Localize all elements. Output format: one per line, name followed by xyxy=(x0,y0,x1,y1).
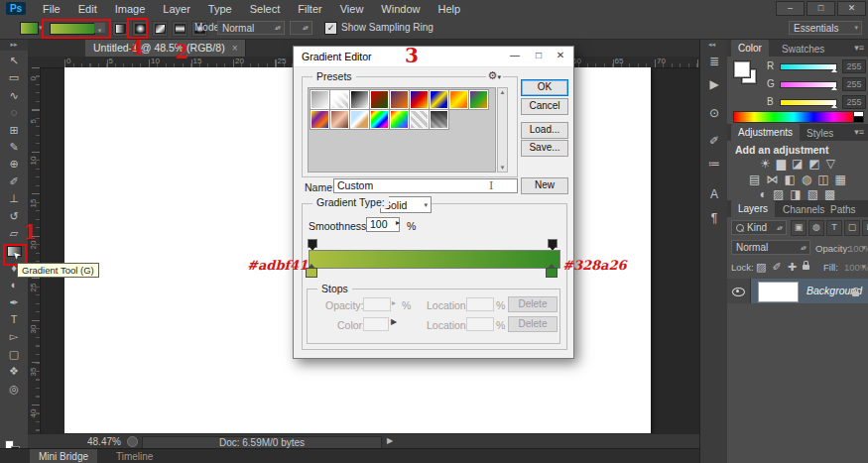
filter-type-layers-icon[interactable]: T xyxy=(826,220,842,236)
layer-thumbnail[interactable] xyxy=(758,282,799,302)
color-stop-right[interactable] xyxy=(546,268,558,278)
preset-violet-green-orange[interactable] xyxy=(469,90,488,109)
filter-adjustment-layers-icon[interactable]: ◍ xyxy=(808,220,824,236)
layer-visibility-toggle[interactable] xyxy=(727,279,751,303)
blend-mode-select[interactable]: Normal▴▾ xyxy=(731,240,810,255)
preset-neutral-density[interactable] xyxy=(430,110,448,129)
dialog-minimize-icon[interactable]: — xyxy=(504,50,526,60)
dodge-tool[interactable]: ◐ xyxy=(0,277,28,293)
stop-color-swatch[interactable] xyxy=(363,317,389,331)
menu-item-window[interactable]: Window xyxy=(372,3,429,15)
smoothness-spinner-icon[interactable]: ▸ xyxy=(396,218,400,227)
menu-item-edit[interactable]: Edit xyxy=(69,3,106,15)
tab-close-icon[interactable]: × xyxy=(232,43,238,54)
preset-foreground-to-transparent[interactable] xyxy=(330,90,349,109)
slider-handle-icon[interactable] xyxy=(831,86,837,90)
spectrum-black-chip[interactable] xyxy=(853,116,864,123)
quick-selection-tool[interactable]: ◌ xyxy=(0,104,28,121)
stop-color-arrow-icon[interactable]: ▶ xyxy=(391,317,397,326)
scroll-down-icon[interactable]: ▼ xyxy=(498,165,507,171)
channel-value[interactable]: 255 xyxy=(842,59,866,73)
preset-blue-yellow-blue[interactable] xyxy=(430,90,448,109)
channel-slider-track[interactable] xyxy=(780,63,837,70)
tab-swatches[interactable]: Swatches xyxy=(782,44,824,55)
ok-button[interactable]: OK xyxy=(521,79,568,96)
filter-pixel-layers-icon[interactable]: ▣ xyxy=(791,220,806,236)
rectangle-tool[interactable]: ▢ xyxy=(0,346,28,363)
dialog-title-bar[interactable]: Gradient Editor — □ ✕ xyxy=(294,47,573,67)
menu-item-type[interactable]: Type xyxy=(199,3,241,15)
channel-value[interactable]: 255 xyxy=(842,95,866,109)
adjustment-photo-filter-icon[interactable]: ◍ xyxy=(802,172,811,187)
brush-tool[interactable]: ✐ xyxy=(0,174,28,190)
scroll-up-icon[interactable]: ▲ xyxy=(498,89,507,95)
toolbar-collapse-icon[interactable]: ▸▸ xyxy=(0,40,28,51)
adjustment-curves-icon[interactable]: ◪ xyxy=(792,156,803,172)
dialog-close-icon[interactable]: ✕ xyxy=(550,50,571,60)
adjustment-color-lookup-icon[interactable]: ▦ xyxy=(835,172,846,187)
adjustment-black-white-icon[interactable]: ◧ xyxy=(784,172,795,187)
opacity-arrow-icon[interactable]: ▾ xyxy=(862,244,866,252)
opacity-stop-right[interactable] xyxy=(548,239,558,248)
workspace-select[interactable]: Essentials▾ xyxy=(789,21,862,35)
stop-opacity-spinner-icon[interactable]: ▸ xyxy=(392,298,396,307)
preset-foreground-to-background[interactable] xyxy=(310,90,329,109)
tab-styles[interactable]: Styles xyxy=(806,128,833,139)
preset-transparent-stripes[interactable] xyxy=(410,110,429,129)
cancel-button[interactable]: Cancel xyxy=(521,98,568,115)
tab-layers[interactable]: Layers xyxy=(731,200,775,217)
gradient-name-input[interactable]: Custom I xyxy=(333,178,518,193)
stop-opacity-input[interactable] xyxy=(363,297,391,311)
menu-item-filter[interactable]: Filter xyxy=(289,3,330,15)
slider-handle-icon[interactable] xyxy=(831,104,837,108)
menu-item-select[interactable]: Select xyxy=(241,3,290,15)
reflected-gradient-button[interactable] xyxy=(172,21,187,37)
filter-smart-objects-icon[interactable]: ⊡ xyxy=(862,220,868,236)
tab-color[interactable]: Color xyxy=(731,40,769,57)
dock-expand-icon[interactable]: ◂◂ xyxy=(708,41,715,49)
smoothness-input[interactable]: 100 xyxy=(366,217,400,232)
presets-scrollbar[interactable]: ▲ ▼ xyxy=(497,87,508,173)
vertical-ruler[interactable]: 0510152025303540 xyxy=(28,67,41,433)
mode-select[interactable]: Normal▴▾ xyxy=(217,21,285,35)
stop-color-location-input[interactable] xyxy=(466,317,494,331)
color-panel-menu-icon[interactable]: ▾≡ xyxy=(854,43,864,53)
preset-transparent-rainbow[interactable] xyxy=(390,110,409,129)
zoom-tool[interactable]: ◎ xyxy=(0,381,28,398)
tab-channels[interactable]: Channels xyxy=(783,204,824,215)
preset-violet-orange[interactable] xyxy=(390,90,409,109)
lock-image-pixels-icon[interactable]: ✐ xyxy=(772,259,781,275)
dialog-maximize-icon[interactable]: □ xyxy=(528,50,550,60)
clone-stamp-tool[interactable]: ⊥ xyxy=(0,190,28,207)
lock-all-icon[interactable] xyxy=(803,265,809,270)
dock-properties-icon[interactable]: ⊙ xyxy=(702,103,726,123)
preset-chrome[interactable] xyxy=(350,110,369,129)
tool-preset-icon[interactable] xyxy=(20,22,39,35)
window-minimize-icon[interactable]: – xyxy=(776,1,805,16)
adjustment-exposure-icon[interactable]: ◩ xyxy=(808,156,819,172)
type-tool[interactable]: T xyxy=(0,311,28,328)
linear-gradient-button[interactable] xyxy=(112,21,128,37)
menu-item-file[interactable]: File xyxy=(34,3,69,15)
presets-gear-icon[interactable]: ⚙▾ xyxy=(486,69,503,82)
menu-item-image[interactable]: Image xyxy=(106,3,155,15)
layer-row-background[interactable]: Background xyxy=(727,279,868,303)
adjustments-panel-menu-icon[interactable]: ▾≡ xyxy=(854,127,864,137)
channel-slider-track[interactable] xyxy=(780,81,837,88)
channel-value[interactable]: 255 xyxy=(842,77,866,91)
preset-copper[interactable] xyxy=(330,110,349,129)
spot-healing-brush-tool[interactable]: ⊕ xyxy=(0,156,28,173)
dock-brush-presets-icon[interactable]: ≔ xyxy=(702,154,726,174)
dock-brush-icon[interactable]: ✐ xyxy=(702,131,726,151)
dock-character-icon[interactable]: A xyxy=(702,184,726,204)
lasso-tool[interactable]: ∿ xyxy=(0,87,28,104)
move-tool[interactable]: ↖ xyxy=(0,53,28,69)
delete-color-stop-button[interactable]: Delete xyxy=(508,316,558,332)
panel-foreground-swatch[interactable] xyxy=(734,61,750,77)
stop-opacity-location-input[interactable] xyxy=(466,297,494,311)
load-button[interactable]: Load... xyxy=(521,122,568,139)
zoom-level[interactable]: 48.47% xyxy=(87,436,121,447)
document-tab[interactable]: Untitled-1 @ 48.5% (RGB/8)× xyxy=(85,40,246,57)
layer-filter-kind-select[interactable]: Kind▴▾ xyxy=(731,220,787,235)
pen-tool[interactable]: ✒ xyxy=(0,294,28,311)
